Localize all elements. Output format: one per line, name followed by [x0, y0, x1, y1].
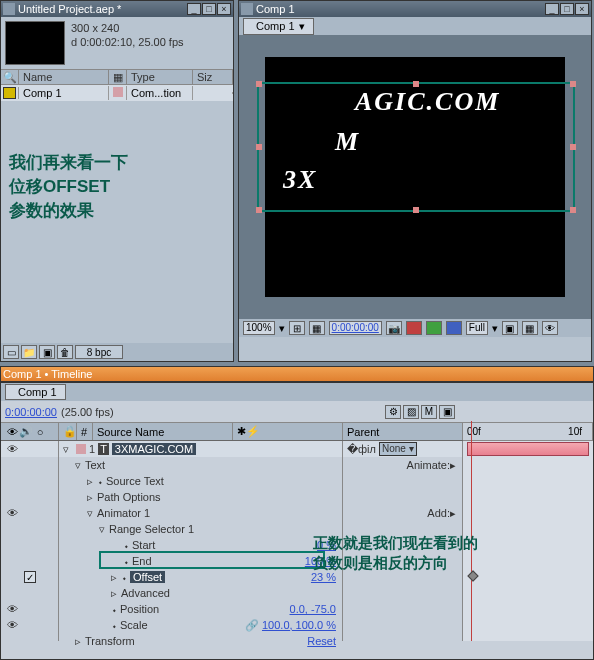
col-type[interactable]: Type: [127, 70, 193, 84]
col-size[interactable]: Siz: [193, 70, 233, 84]
viewer-title: Comp 1: [256, 3, 295, 15]
comp-button[interactable]: ▣: [39, 345, 55, 359]
comp-stage[interactable]: AGIC.COM M 3X: [239, 35, 591, 319]
channel-red[interactable]: [406, 321, 422, 335]
visibility-header-icon: 👁: [5, 426, 19, 438]
bpc-button[interactable]: 8 bpc: [75, 345, 123, 359]
visibility-toggle[interactable]: 👁: [5, 603, 19, 615]
comp-meta: 300 x 240 d 0:00:02:10, 25.00 fps: [71, 21, 184, 65]
prop-animator[interactable]: ▿Animator 1: [59, 505, 342, 521]
parent-header[interactable]: Parent: [343, 423, 463, 440]
annotation-direction: 正数就是我们现在看到的 负数则是相反的方向: [313, 533, 573, 573]
folder-button[interactable]: 📁: [21, 345, 37, 359]
snapshot-icon[interactable]: 📷: [386, 321, 402, 335]
maximize-button[interactable]: □: [202, 3, 216, 15]
view-icon[interactable]: 👁: [542, 321, 558, 335]
prop-offset[interactable]: ▹⬩Offset23 %: [59, 569, 342, 585]
close-button[interactable]: ×: [217, 3, 231, 15]
channel-blue[interactable]: [446, 321, 462, 335]
annotation-offset: 我们再来看一下 位移OFFSET 参数的效果: [9, 151, 128, 223]
fx-icon: ⚡: [246, 425, 260, 438]
prop-range-selector[interactable]: ▿Range Selector 1: [59, 521, 342, 537]
ruler-10: 10f: [568, 426, 582, 437]
current-time[interactable]: 0:00:00:00: [5, 406, 57, 418]
project-toolbar: ▭ 📁 ▣ 🗑 8 bpc: [1, 343, 233, 361]
maximize-button[interactable]: □: [560, 3, 574, 15]
3d-icon[interactable]: ▣: [439, 405, 455, 419]
layer-duration-bar[interactable]: [467, 442, 589, 456]
visibility-toggle[interactable]: 👁: [5, 443, 19, 455]
comp-type-icon: [3, 87, 16, 99]
project-titlebar: Untitled Project.aep * _ □ ×: [1, 1, 233, 17]
prop-scale[interactable]: ⬩Scale🔗 100.0, 100.0 %: [59, 617, 342, 633]
layer-row[interactable]: ▿ 1 T 3XMAGIC.COM: [59, 441, 342, 457]
prop-position[interactable]: ⬩Position0.0, -75.0: [59, 601, 342, 617]
keyframe-checkbox[interactable]: ✓: [24, 571, 36, 583]
layer-name: 3XMAGIC.COM: [112, 443, 196, 455]
timeline-panel: Comp 1 0:00:00:00 (25.00 fps) ⚙ ▨ M ▣ 👁 …: [0, 382, 594, 660]
viewer-titlebar: Comp 1 _ □ ×: [239, 1, 591, 17]
comp-thumbnail: [5, 21, 65, 65]
comp-viewer-panel: Comp 1 _ □ × Comp 1 ▾ AGIC.COM M: [238, 0, 592, 362]
quality-icon: ✱: [237, 425, 246, 438]
close-button[interactable]: ×: [575, 3, 589, 15]
comp-canvas[interactable]: AGIC.COM M 3X: [265, 57, 565, 297]
prop-text[interactable]: ▿Text: [59, 457, 342, 473]
prop-start[interactable]: ⬩Start0 %: [59, 537, 342, 553]
project-item-row[interactable]: Comp 1 Com...tion: [1, 85, 233, 101]
num-header: #: [77, 423, 93, 440]
text-fragment-2: M: [335, 127, 360, 157]
animate-label: Animate:: [407, 459, 450, 471]
fps-label: (25.00 fps): [61, 406, 114, 418]
lock-header-icon: 🔒: [63, 425, 77, 438]
prop-end[interactable]: ⬩End100 %: [59, 553, 342, 569]
interpret-button[interactable]: ▭: [3, 345, 19, 359]
transparency-icon[interactable]: ▦: [522, 321, 538, 335]
layer-index: 1: [89, 443, 95, 455]
zoom-select[interactable]: 100%: [243, 321, 275, 335]
comp-tab[interactable]: Comp 1 ▾: [243, 18, 314, 35]
parent-cell[interactable]: �філ None ▾: [343, 441, 462, 457]
minimize-button[interactable]: _: [545, 3, 559, 15]
project-panel: Untitled Project.aep * _ □ × 300 x 240 d…: [0, 0, 234, 362]
col-name[interactable]: Name: [19, 70, 109, 84]
trash-button[interactable]: 🗑: [57, 345, 73, 359]
resolution-select[interactable]: Full: [466, 321, 488, 335]
visibility-toggle[interactable]: 👁: [5, 619, 19, 631]
ruler-0: 00f: [467, 426, 481, 437]
label-icon[interactable]: ▦: [109, 70, 127, 84]
prop-advanced[interactable]: ▹Advanced: [59, 585, 342, 601]
animate-menu[interactable]: ▸: [450, 459, 456, 472]
timeline-title-text: Comp 1 • Timeline: [3, 368, 92, 380]
shy-icon[interactable]: ⚙: [385, 405, 401, 419]
playhead[interactable]: [471, 421, 472, 641]
timecode-field[interactable]: 0:00:00:00: [329, 321, 382, 335]
timeline-body: 👁 👁 ✓ 👁 👁 ▿ 1 T 3XMAGIC.COM ▿Text ▹⬩Sour…: [1, 441, 593, 641]
prop-path-options[interactable]: ▹Path Options: [59, 489, 342, 505]
add-menu[interactable]: ▸: [450, 507, 456, 520]
minimize-button[interactable]: _: [187, 3, 201, 15]
item-name: Comp 1: [19, 86, 109, 100]
timeline-tab[interactable]: Comp 1: [5, 384, 66, 400]
safe-zones-icon[interactable]: ⊞: [289, 321, 305, 335]
viewer-icon: [241, 3, 253, 15]
timeline-titlebar: Comp 1 • Timeline: [0, 366, 594, 382]
motion-blur-icon[interactable]: M: [421, 405, 437, 419]
text-fragment-3: 3X: [283, 165, 317, 195]
viewer-footer: 100%▾ ⊞ ▦ 0:00:00:00 📷 Full▾ ▣ ▦ 👁: [239, 319, 591, 337]
visibility-toggle[interactable]: 👁: [5, 507, 19, 519]
solo-header-icon: ○: [33, 426, 47, 438]
item-type: Com...tion: [127, 86, 193, 100]
grid-icon[interactable]: ▦: [309, 321, 325, 335]
source-header[interactable]: Source Name: [93, 423, 233, 440]
frame-blend-icon[interactable]: ▨: [403, 405, 419, 419]
audio-header-icon: 🔊: [19, 425, 33, 438]
timeline-header: 👁 🔊 ○ 🔒 # Source Name ✱ ⚡ Parent 00f 10f: [1, 423, 593, 441]
find-icon[interactable]: 🔍: [1, 70, 19, 84]
roi-icon[interactable]: ▣: [502, 321, 518, 335]
channel-green[interactable]: [426, 321, 442, 335]
prop-source-text[interactable]: ▹⬩Source Text: [59, 473, 342, 489]
timeline-tab-label: Comp 1: [18, 386, 57, 398]
prop-transform[interactable]: ▹TransformReset: [59, 633, 342, 649]
comp-dimensions: 300 x 240: [71, 21, 184, 35]
